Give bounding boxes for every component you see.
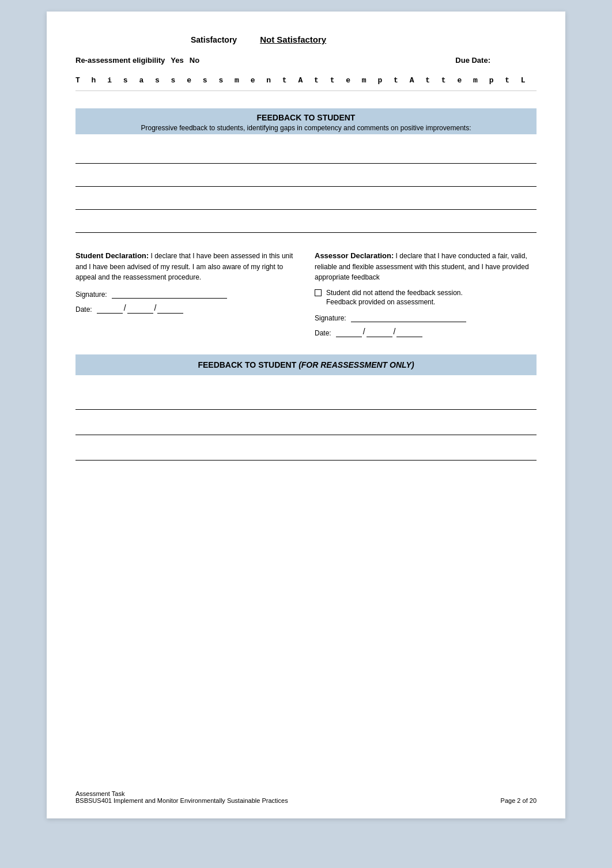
assessor-date-sep-2: /: [394, 327, 396, 337]
reassess-feedback-title-italic: (FOR REASSESSMENT ONLY): [299, 360, 414, 369]
assessor-date-label: Date:: [315, 329, 331, 337]
reassess-row: Re-assessment eligibility Yes No Due Dat…: [75, 56, 537, 65]
feedback-lines: [75, 143, 537, 233]
reassess-eligibility-label: Re-assessment eligibility: [75, 56, 165, 65]
reassess-line-1[interactable]: [75, 387, 537, 410]
reassess-line-3[interactable]: [75, 437, 537, 461]
assessor-checkbox-row-1: Student did not attend the feedback sess…: [315, 288, 537, 308]
feedback-header-subtitle: Progressive feedback to students, identi…: [81, 124, 531, 132]
student-date-parts: / /: [97, 303, 184, 314]
checkbox-label-2: Feedback provided on assessment.: [326, 298, 435, 306]
reassess-feedback-title: FEEDBACK TO STUDENT (FOR REASSESSMENT ON…: [81, 360, 531, 369]
footer-course: BSBSUS401 Implement and Monitor Environm…: [75, 797, 288, 804]
footer-page: Page 2 of 20: [501, 797, 537, 804]
reassess-feedback-header: FEEDBACK TO STUDENT (FOR REASSESSMENT ON…: [75, 354, 537, 375]
assessor-signature-label: Signature:: [315, 314, 346, 322]
result-row: Satisfactory Not Satisfactory: [75, 35, 537, 44]
footer-row1: Assessment Task: [75, 790, 537, 797]
student-sig-row: Signature:: [75, 288, 297, 299]
feedback-header-title: FEEDBACK TO STUDENT: [81, 113, 531, 122]
assessor-date-parts: / /: [336, 327, 423, 337]
assessor-date-sep-1: /: [363, 327, 365, 337]
assessor-checkbox-text-1: Student did not attend the feedback sess…: [326, 288, 463, 308]
footer-row2: BSBSUS401 Implement and Monitor Environm…: [75, 797, 537, 804]
due-date-label: Due Date:: [455, 56, 490, 65]
student-signature-line[interactable]: [112, 288, 227, 299]
page: Satisfactory Not Satisfactory Re-assessm…: [47, 12, 565, 818]
assessor-declaration-body: Assessor Declaration: I declare that I h…: [315, 250, 537, 282]
student-date-year[interactable]: [157, 303, 183, 314]
reassess-yes: Yes: [171, 56, 183, 65]
assessor-date-month[interactable]: [367, 327, 392, 337]
assessor-checkbox-1[interactable]: [315, 289, 322, 296]
feedback-line-1[interactable]: [75, 143, 537, 164]
feedback-header: FEEDBACK TO STUDENT Progressive feedback…: [75, 108, 537, 134]
student-date-label: Date:: [75, 305, 92, 314]
student-date-row: Date: / /: [75, 303, 297, 314]
student-date-day[interactable]: [97, 303, 123, 314]
assessment-info-row: T h i s a s s e s s m e n t A t t e m p …: [75, 76, 537, 91]
assessor-date-row: Date: / /: [315, 327, 537, 337]
feedback-line-4[interactable]: [75, 212, 537, 233]
assessor-date-year[interactable]: [396, 327, 422, 337]
not-satisfactory-label: Not Satisfactory: [260, 35, 326, 44]
declarations-row: Student Declaration: I declare that I ha…: [75, 250, 537, 337]
satisfactory-label: Satisfactory: [191, 35, 237, 44]
student-declaration-body: Student Declaration: I declare that I ha…: [75, 250, 297, 282]
feedback-line-3[interactable]: [75, 189, 537, 210]
student-date-sep-2: /: [154, 303, 157, 314]
student-date-month[interactable]: [127, 303, 153, 314]
student-date-sep-1: /: [124, 303, 126, 314]
assessor-declaration: Assessor Declaration: I declare that I h…: [315, 250, 537, 337]
assessor-sig-row: Signature:: [315, 312, 537, 322]
assessor-declaration-title: Assessor Declaration:: [315, 251, 394, 260]
student-signature-label: Signature:: [75, 290, 107, 299]
reassess-no: No: [190, 56, 199, 65]
reassess-feedback-title-normal: FEEDBACK TO STUDENT: [198, 360, 299, 369]
student-declaration: Student Declaration: I declare that I ha…: [75, 250, 297, 337]
feedback-line-2[interactable]: [75, 166, 537, 187]
assessor-signature-line[interactable]: [351, 312, 466, 322]
page-footer: Assessment Task BSBSUS401 Implement and …: [75, 790, 537, 804]
reassess-line-2[interactable]: [75, 412, 537, 435]
student-declaration-title: Student Declaration:: [75, 251, 149, 260]
assessor-date-day[interactable]: [336, 327, 362, 337]
reassess-lines: [75, 387, 537, 461]
checkbox-label-1: Student did not attend the feedback sess…: [326, 289, 463, 297]
